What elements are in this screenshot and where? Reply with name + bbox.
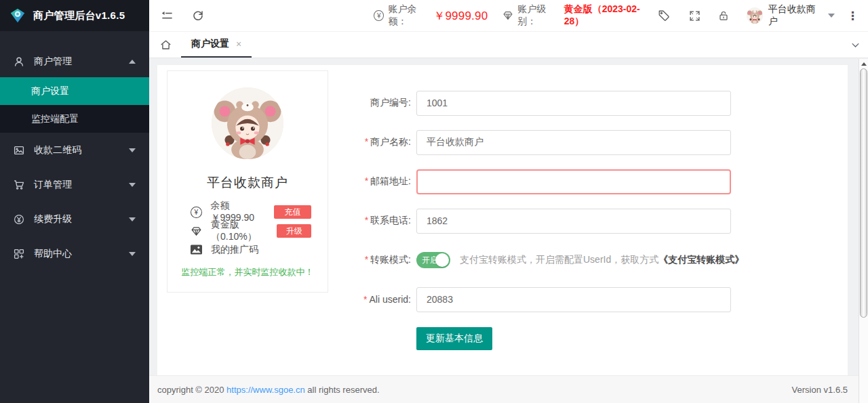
logo-bar: 商户管理后台v1.6.5 (0, 0, 149, 31)
field-label: 商户编号: (370, 97, 411, 108)
chevron-up-icon (129, 60, 136, 64)
ali-userid-input[interactable] (416, 287, 731, 312)
tag-icon[interactable] (658, 9, 670, 22)
promo-image-icon (191, 245, 202, 256)
yen-circle-icon: ¥ (374, 10, 384, 21)
monitor-status-text: 监控端正常，并实时监控收款中！ (167, 266, 328, 278)
toggle-knob (435, 253, 449, 267)
profile-level-row: 黄金版（0.10%） 升级 (191, 221, 328, 240)
field-label: 转账模式: (370, 254, 411, 265)
yen-circle-icon: ¥ (191, 207, 202, 218)
profile-level-text: 黄金版（0.10%） (211, 219, 277, 243)
sidebar-item-qrcode[interactable]: 收款二维码 (0, 133, 149, 167)
transfer-mode-toggle[interactable]: 开启 (416, 252, 450, 268)
field-label: Ali userid: (370, 294, 411, 305)
balance-value: ￥9999.90 (433, 8, 488, 24)
fullscreen-icon[interactable] (689, 10, 701, 22)
sidebar-item-label: 订单管理 (34, 179, 129, 191)
image-icon (14, 145, 24, 156)
merchant-name: 平台收款商户 (167, 174, 328, 192)
merchant-settings-form: 商户编号: *商户名称: *邮箱地址: *联系电话: (354, 65, 744, 350)
required-mark: * (365, 215, 368, 226)
sidebar-item-label: 商户管理 (34, 56, 129, 68)
phone-input[interactable] (416, 209, 731, 234)
gem-icon (191, 226, 202, 237)
required-mark: * (365, 175, 368, 186)
email-input[interactable] (416, 169, 731, 194)
recharge-button[interactable]: 充值 (274, 205, 311, 219)
tabbar: 商户设置 × (149, 31, 868, 58)
required-mark: * (365, 254, 368, 265)
level-label: 账户级别： (517, 3, 564, 28)
caret-down-icon[interactable] (828, 14, 835, 18)
sidebar-item-help-center[interactable]: 帮助中心 (0, 236, 149, 271)
merchant-settings-panel: 平台收款商户 ¥ 余额 ￥9999.90 充值 (157, 65, 848, 375)
app-title: 商户管理后台v1.6.5 (33, 9, 125, 22)
sidebar-item-renewal[interactable]: 续费升级 (0, 202, 149, 236)
field-label: 商户名称: (370, 136, 411, 147)
chevron-down-icon (129, 217, 136, 221)
footer: copyright © 2020 https://www.sgoe.cn all… (149, 375, 868, 403)
merchant-id-input[interactable] (416, 91, 731, 116)
kebab-menu-icon[interactable]: ⋮ (847, 10, 859, 22)
chevron-down-icon (129, 183, 136, 187)
scrollbar-up-arrow[interactable] (859, 59, 868, 68)
collapse-sidebar-icon[interactable] (161, 9, 174, 22)
profile-promo-row[interactable]: 我的推广码 (191, 240, 328, 259)
app-window: 商户管理后台v1.6.5 商户管理 商户设置 监控端配置 (0, 0, 868, 403)
form-row-merchant-id: 商户编号: (354, 91, 744, 115)
account-level: 账户级别： 黄金版（2023-02-28） (502, 3, 658, 28)
tab-merchant-settings[interactable]: 商户设置 × (181, 32, 252, 58)
home-icon[interactable] (159, 39, 172, 51)
level-value: 黄金版（2023-02-28） (564, 3, 658, 28)
username[interactable]: 平台收款商户 (768, 3, 824, 28)
profile-promo-text: 我的推广码 (211, 244, 258, 256)
tab-close-icon[interactable]: × (236, 39, 241, 49)
sidebar-item-merchant-management[interactable]: 商户管理 (0, 46, 149, 77)
balance-label: 账户余额： (388, 3, 433, 28)
hint-link-text[interactable]: 《支付宝转账模式》 (658, 254, 744, 265)
sidebar-item-monitor-config[interactable]: 监控端配置 (0, 105, 149, 133)
cart-icon (14, 179, 24, 190)
grid-icon (14, 249, 24, 259)
sidebar-submenu: 商户设置 监控端配置 (0, 77, 149, 133)
update-info-button[interactable]: 更新基本信息 (416, 327, 492, 350)
required-mark: * (365, 136, 368, 147)
content-area: 平台收款商户 ¥ 余额 ￥9999.90 充值 (149, 58, 868, 375)
sidebar-item-merchant-settings[interactable]: 商户设置 (0, 77, 149, 105)
field-label: 联系电话: (370, 215, 411, 226)
tab-label: 商户设置 (191, 38, 229, 50)
main-area: ¥ 账户余额： ￥9999.90 账户级别： 黄金版（2023-02-28） (149, 0, 868, 403)
tab-dropdown-chevron-icon[interactable] (850, 40, 861, 53)
form-row-transfer-mode: *转账模式: 开启 支付宝转账模式，开启需配置UserId，获取方式《支付宝转账… (354, 248, 744, 272)
refresh-icon[interactable] (192, 9, 204, 22)
form-row-phone: *联系电话: (354, 209, 744, 233)
form-row-email: *邮箱地址: (354, 169, 744, 194)
app-logo-icon (9, 7, 26, 24)
lock-icon[interactable] (718, 10, 729, 22)
merchant-name-input[interactable] (416, 130, 731, 155)
user-icon (14, 56, 24, 67)
sidebar: 商户管理后台v1.6.5 商户管理 商户设置 监控端配置 (0, 0, 149, 403)
profile-rows: ¥ 余额 ￥9999.90 充值 黄金版（0.10%） 升级 (167, 203, 328, 259)
avatar[interactable] (747, 7, 763, 24)
scrollbar-thumb[interactable] (860, 68, 867, 318)
topbar: ¥ 账户余额： ￥9999.90 账户级别： 黄金版（2023-02-28） (149, 0, 868, 31)
yen-circle-icon (14, 214, 24, 225)
copyright-text: copyright © 2020 https://www.sgoe.cn all… (157, 385, 380, 395)
merchant-avatar (212, 87, 283, 159)
gem-icon (502, 10, 513, 21)
field-label: 邮箱地址: (370, 175, 411, 186)
sidebar-item-label: 收款二维码 (34, 144, 129, 156)
sidebar-nav: 商户管理 商户设置 监控端配置 收款二维码 (0, 31, 149, 271)
form-row-merchant-name: *商户名称: (354, 130, 744, 154)
account-balance: ¥ 账户余额： ￥9999.90 (374, 3, 488, 28)
sidebar-item-label: 续费升级 (34, 213, 129, 226)
form-row-ali-userid: *Ali userid: (354, 287, 744, 312)
sidebar-item-label: 帮助中心 (34, 248, 129, 260)
sidebar-item-orders[interactable]: 订单管理 (0, 167, 149, 202)
merchant-profile-card: 平台收款商户 ¥ 余额 ￥9999.90 充值 (167, 70, 328, 293)
upgrade-button[interactable]: 升级 (277, 224, 311, 238)
vertical-scrollbar[interactable] (859, 59, 868, 403)
footer-link[interactable]: https://www.sgoe.cn (226, 385, 305, 395)
